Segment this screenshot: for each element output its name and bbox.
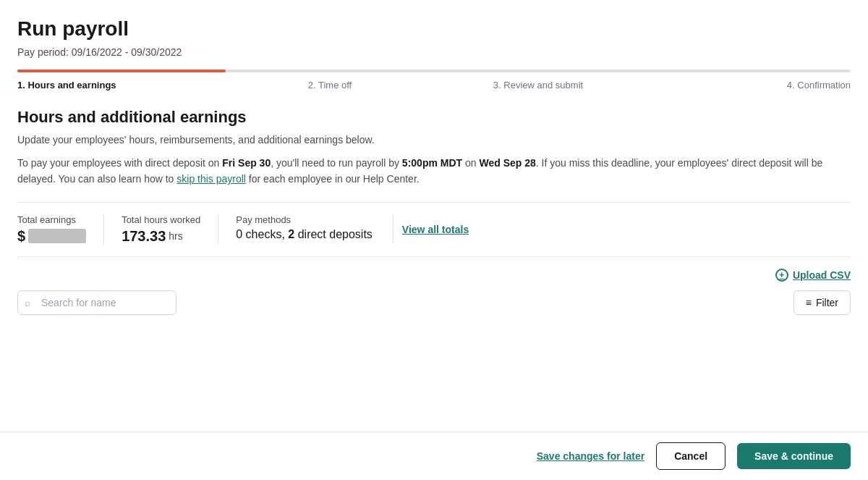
- deadline-time: 5:00pm MDT: [402, 157, 462, 169]
- skip-payroll-link[interactable]: skip this payroll: [176, 173, 246, 185]
- deadline-date1: Fri Sep 30: [222, 157, 271, 169]
- filter-button[interactable]: ≡ Filter: [793, 290, 851, 315]
- pay-period: Pay period: 09/16/2022 - 09/30/2022: [17, 46, 851, 58]
- pay-methods-value: 0 checks, 2 direct deposits: [236, 228, 373, 241]
- stats-divider: [393, 214, 393, 243]
- progress-container: [17, 70, 851, 72]
- total-hours-label: Total hours worked: [122, 214, 200, 225]
- page-title: Run payroll: [17, 17, 851, 41]
- total-hours-value: 173.33 hrs: [122, 228, 200, 245]
- step-2-timeoff: 2. Time off: [226, 80, 434, 90]
- search-input-container: ⌕: [17, 290, 176, 315]
- filter-icon: ≡: [806, 297, 812, 308]
- total-earnings-stat: Total earnings $: [17, 214, 104, 245]
- section-description: Update your employees' hours, reimbursem…: [17, 132, 851, 148]
- step-4-confirmation: 4. Confirmation: [642, 80, 851, 90]
- pay-methods-stat: Pay methods 0 checks, 2 direct deposits: [236, 214, 390, 241]
- pay-methods-label: Pay methods: [236, 214, 373, 225]
- upload-csv-icon: +: [775, 269, 788, 282]
- progress-bar-track: [17, 70, 851, 72]
- stats-row: Total earnings $ Total hours worked 173.…: [17, 202, 851, 257]
- upload-csv-row: + Upload CSV: [17, 269, 851, 282]
- save-later-button[interactable]: Save changes for later: [537, 450, 644, 462]
- search-icon: ⌕: [25, 297, 30, 308]
- view-all-totals-link[interactable]: View all totals: [402, 224, 469, 235]
- step-3-review: 3. Review and submit: [434, 80, 642, 90]
- save-continue-button[interactable]: Save & continue: [737, 443, 851, 469]
- deadline-text: To pay your employees with direct deposi…: [17, 155, 851, 188]
- section-title: Hours and additional earnings: [17, 108, 851, 127]
- total-hours-stat: Total hours worked 173.33 hrs: [122, 214, 218, 245]
- upload-csv-link[interactable]: + Upload CSV: [775, 269, 851, 282]
- search-input[interactable]: [17, 290, 176, 315]
- progress-bar-fill: [17, 70, 226, 72]
- search-filter-row: ⌕ ≡ Filter: [17, 290, 851, 315]
- cancel-button[interactable]: Cancel: [656, 442, 726, 470]
- deadline-date2: Wed Sep 28: [479, 157, 535, 169]
- footer-bar: Save changes for later Cancel Save & con…: [0, 431, 868, 480]
- total-earnings-redacted: [28, 229, 86, 243]
- step-1-hours: 1. Hours and earnings: [17, 80, 226, 90]
- total-earnings-value: $: [17, 228, 86, 245]
- total-earnings-label: Total earnings: [17, 214, 86, 225]
- steps-container: 1. Hours and earnings 2. Time off 3. Rev…: [17, 80, 851, 90]
